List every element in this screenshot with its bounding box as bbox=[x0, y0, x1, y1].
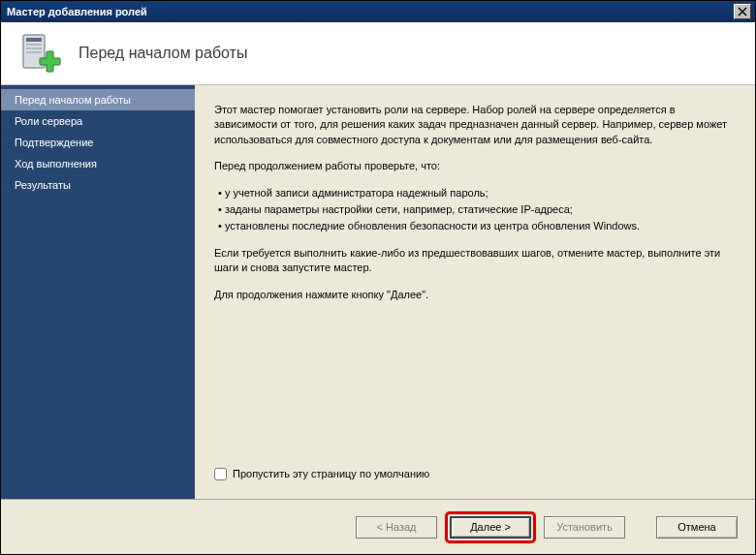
sidebar: Перед началом работы Роли сервера Подтве… bbox=[1, 85, 195, 499]
intro-text: Этот мастер помогает установить роли на … bbox=[214, 103, 738, 147]
header: Перед началом работы bbox=[1, 22, 755, 85]
window-title: Мастер добавления ролей bbox=[7, 6, 734, 17]
highlight-annotation: Далее > bbox=[445, 511, 536, 543]
svg-rect-4 bbox=[26, 44, 42, 46]
content-text: Этот мастер помогает установить роли на … bbox=[214, 103, 738, 459]
page-title: Перед началом работы bbox=[79, 45, 247, 62]
back-button: < Назад bbox=[356, 516, 437, 539]
footer: < Назад Далее > Установить Отмена bbox=[1, 499, 755, 554]
skip-page-checkbox[interactable] bbox=[214, 468, 227, 480]
svg-rect-10 bbox=[41, 59, 60, 65]
skip-page-label: Пропустить эту страницу по умолчанию bbox=[233, 467, 429, 481]
continue-note: Для продолжения нажмите кнопку "Далее". bbox=[214, 288, 738, 302]
skip-page-row[interactable]: Пропустить эту страницу по умолчанию bbox=[214, 467, 738, 481]
cancel-note: Если требуется выполнить какие-либо из п… bbox=[214, 246, 738, 276]
sidebar-item-confirmation[interactable]: Подтверждение bbox=[1, 132, 195, 153]
bullet-item: у учетной записи администратора надежный… bbox=[214, 186, 738, 200]
close-button[interactable] bbox=[734, 4, 751, 19]
sidebar-item-results[interactable]: Результаты bbox=[1, 174, 195, 196]
verify-intro: Перед продолжением работы проверьте, что… bbox=[214, 159, 738, 173]
sidebar-item-progress[interactable]: Ход выполнения bbox=[1, 153, 195, 174]
install-button: Установить bbox=[544, 516, 625, 539]
wizard-window: Мастер добавления ролей bbox=[0, 0, 756, 555]
bullet-item: заданы параметры настройки сети, наприме… bbox=[214, 202, 738, 217]
next-button[interactable]: Далее > bbox=[450, 516, 531, 539]
svg-rect-5 bbox=[26, 47, 42, 49]
wizard-icon bbox=[20, 32, 63, 75]
svg-rect-3 bbox=[26, 38, 42, 42]
bullet-item: установлены последние обновления безопас… bbox=[214, 219, 738, 233]
sidebar-item-server-roles[interactable]: Роли сервера bbox=[1, 110, 195, 132]
cancel-button[interactable]: Отмена bbox=[656, 516, 738, 539]
content: Этот мастер помогает установить роли на … bbox=[195, 85, 755, 499]
sidebar-item-before-you-begin[interactable]: Перед началом работы bbox=[1, 89, 195, 110]
close-icon bbox=[738, 7, 747, 16]
titlebar: Мастер добавления ролей bbox=[1, 1, 755, 22]
body: Перед началом работы Роли сервера Подтве… bbox=[1, 85, 755, 499]
svg-rect-6 bbox=[26, 51, 42, 53]
